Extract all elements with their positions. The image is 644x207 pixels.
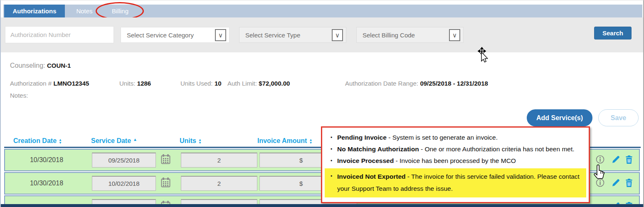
service-code: COUN-1: [47, 62, 71, 69]
units-used-label: Units Used:: [180, 80, 213, 87]
units-header-label: Units: [180, 137, 196, 144]
service-label: Counseling:: [10, 62, 45, 69]
search-button[interactable]: Search: [594, 27, 632, 39]
units-input[interactable]: [181, 153, 257, 168]
legend-item: • No Matching Authorization - One or mor…: [322, 145, 589, 153]
legend-term: No Matching Authorization: [337, 145, 419, 153]
bullet-icon: •: [331, 133, 332, 142]
billing-code-value: Select Billing Code: [363, 32, 415, 39]
bullet-icon: •: [331, 145, 332, 153]
units-used-value: 10: [215, 80, 222, 87]
legend-term: Invoice Processed: [337, 157, 394, 164]
delete-trash-icon[interactable]: [624, 155, 634, 164]
service-date-input[interactable]: [92, 153, 156, 168]
calendar-icon[interactable]: [160, 177, 171, 189]
units-value: 1286: [137, 80, 151, 87]
units-total: Units: 1286: [119, 80, 151, 87]
creation-date-cell: 10/30/2018: [5, 150, 88, 170]
save-button[interactable]: Save: [598, 109, 639, 126]
edit-pencil-icon[interactable]: [611, 178, 620, 187]
creation-date-header-label: Creation Date: [13, 137, 57, 144]
auth-limit-label: Auth Limit:: [227, 80, 257, 87]
service-type-select[interactable]: Select Service Type ∨: [239, 27, 346, 43]
chevron-down-icon[interactable]: ∨: [215, 29, 226, 41]
chevron-down-icon[interactable]: ∨: [332, 29, 343, 41]
tab-bar: Authorizations Notes Billing: [3, 5, 642, 17]
legend-desc: - System is set to generate an invoice.: [388, 134, 498, 141]
legend-desc: - Invoice has been processed by the MCO: [395, 157, 516, 164]
auth-limit-value: $72,000.00: [259, 80, 290, 87]
chevron-down-icon[interactable]: ∨: [449, 29, 460, 41]
column-header-units[interactable]: Units▲▼: [180, 137, 202, 145]
service-type-value: Select Service Type: [245, 32, 300, 39]
info-icon[interactable]: [595, 155, 605, 164]
tab-notes[interactable]: Notes: [70, 5, 99, 17]
notes-label: Notes:: [10, 92, 28, 99]
filter-bar: Select Service Category ∨ Select Service…: [1, 17, 643, 52]
add-services-button[interactable]: Add Service(s): [527, 109, 592, 126]
invoice-amount-header-label: Invoice Amount: [257, 137, 307, 144]
delete-trash-icon[interactable]: [624, 178, 634, 187]
auth-number-value: LMNO12345: [54, 80, 89, 87]
bottom-border-bar: [1, 204, 643, 207]
legend-term: Invoiced Not Exported: [337, 173, 406, 180]
tab-authorizations[interactable]: Authorizations: [4, 5, 65, 17]
auth-limit: Auth Limit: $72,000.00: [227, 80, 290, 87]
service-heading: Counseling: COUN-1: [10, 62, 71, 69]
authorization-number-input[interactable]: [5, 26, 114, 43]
status-legend-tooltip: • Pending Invoice - System is set to gen…: [321, 126, 590, 203]
legend-desc: - One or more Authorization criteria has…: [421, 145, 575, 153]
sort-icon: ▲▼: [59, 138, 62, 144]
date-range-label: Authorization Date Range:: [345, 80, 418, 87]
legend-item: • Pending Invoice - System is set to gen…: [322, 133, 589, 142]
calendar-icon[interactable]: [160, 154, 171, 165]
legend-term: Pending Invoice: [337, 134, 387, 141]
sort-icon: ▲▼: [198, 138, 202, 144]
bullet-icon: •: [331, 170, 332, 182]
units-input[interactable]: [181, 176, 257, 191]
creation-date-cell: 10/30/2018: [5, 173, 88, 194]
legend-item-highlighted: • Invoiced Not Exported - The invoice fo…: [325, 168, 586, 197]
authorization-date-range: Authorization Date Range: 09/25/2018 - 1…: [345, 80, 488, 87]
sort-ascending-icon: ▲: [133, 137, 137, 142]
service-date-header-label: Service Date: [91, 137, 131, 144]
service-category-value: Select Service Category: [127, 32, 194, 39]
info-icon[interactable]: [595, 178, 605, 187]
bullet-icon: •: [331, 157, 332, 165]
date-range-value: 09/25/2018 - 12/31/2018: [420, 80, 488, 87]
authorization-number: Authorization # LMNO12345: [10, 80, 89, 87]
edit-pencil-icon[interactable]: [611, 155, 620, 164]
units-label: Units:: [119, 80, 135, 87]
units-used: Units Used: 10: [180, 80, 222, 87]
legend-item: • Invoice Processed - Invoice has been p…: [322, 157, 589, 165]
billing-screen: Authorizations Notes Billing Select Serv…: [0, 0, 644, 207]
service-category-select[interactable]: Select Service Category ∨: [121, 27, 229, 43]
column-header-invoice-amount[interactable]: Invoice Amount▲▼: [257, 137, 312, 145]
service-date-input[interactable]: [92, 176, 156, 191]
auth-number-label: Authorization #: [10, 80, 52, 87]
billing-code-select[interactable]: Select Billing Code ∨: [356, 27, 464, 43]
sort-icon: ▲▼: [309, 138, 312, 144]
column-header-creation-date[interactable]: Creation Date▲▼: [13, 137, 62, 145]
column-header-service-date[interactable]: Service Date▲: [91, 137, 137, 145]
